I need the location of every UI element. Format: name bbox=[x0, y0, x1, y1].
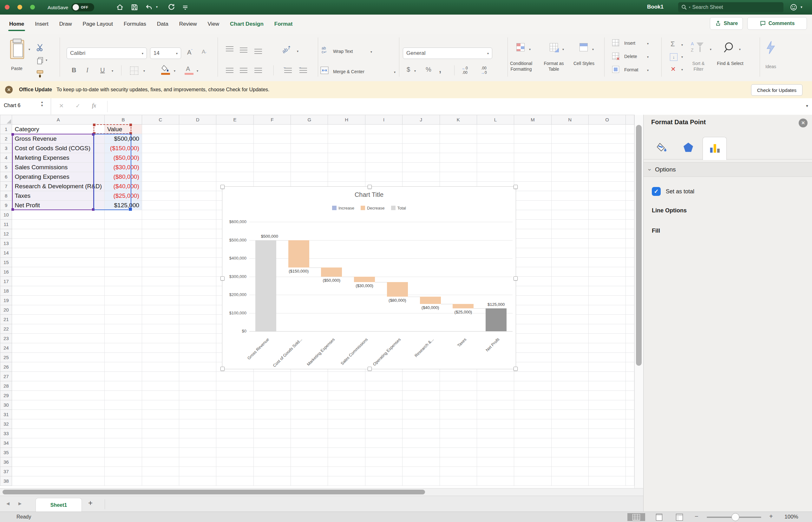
cell[interactable] bbox=[514, 324, 551, 334]
cell[interactable] bbox=[440, 144, 477, 153]
cell[interactable] bbox=[403, 153, 440, 163]
cell[interactable] bbox=[588, 134, 625, 144]
cell[interactable]: ($25,000) bbox=[105, 191, 142, 201]
cell[interactable] bbox=[477, 153, 514, 163]
chart-resize-handle[interactable] bbox=[368, 367, 372, 371]
cell[interactable] bbox=[12, 220, 105, 229]
cell[interactable]: Sales Commissions bbox=[12, 163, 105, 172]
waterfall-bar-net-profit[interactable] bbox=[486, 308, 506, 331]
row-header-10[interactable]: 10 bbox=[0, 210, 12, 220]
clear-chevron-icon[interactable]: ▾ bbox=[681, 68, 683, 71]
cell[interactable] bbox=[179, 372, 216, 381]
cell[interactable] bbox=[514, 248, 551, 258]
row-header-13[interactable]: 13 bbox=[0, 239, 12, 248]
close-window-button[interactable] bbox=[5, 5, 9, 9]
format-as-table-chevron-icon[interactable]: ▾ bbox=[562, 47, 564, 51]
cell[interactable] bbox=[588, 124, 625, 134]
share-button[interactable]: Share bbox=[710, 17, 743, 30]
cell[interactable] bbox=[403, 410, 440, 419]
cell[interactable] bbox=[440, 429, 477, 438]
format-as-table-icon[interactable] bbox=[550, 43, 558, 51]
waterfall-bar-cost-of-goods-sold-[interactable] bbox=[288, 240, 309, 267]
formula-input[interactable] bbox=[111, 98, 799, 115]
cell[interactable]: ($80,000) bbox=[105, 172, 142, 182]
cell[interactable] bbox=[440, 381, 477, 391]
cell[interactable] bbox=[626, 362, 634, 372]
cell[interactable] bbox=[253, 124, 291, 134]
cell[interactable] bbox=[12, 334, 105, 343]
cell[interactable] bbox=[142, 476, 179, 486]
cell[interactable] bbox=[477, 476, 514, 486]
cell[interactable] bbox=[626, 229, 634, 239]
cell[interactable] bbox=[588, 362, 625, 372]
cell[interactable] bbox=[142, 372, 179, 381]
vertical-scrollbar-thumb[interactable] bbox=[636, 125, 642, 366]
cell[interactable] bbox=[179, 163, 216, 172]
cell[interactable] bbox=[551, 305, 588, 315]
cell[interactable] bbox=[12, 315, 105, 324]
cell[interactable]: Taxes bbox=[12, 191, 105, 201]
cell[interactable]: Value bbox=[105, 124, 142, 134]
column-header-J[interactable]: J bbox=[403, 115, 440, 124]
cell[interactable] bbox=[105, 258, 142, 267]
cell[interactable] bbox=[514, 353, 551, 362]
cell[interactable] bbox=[440, 410, 477, 419]
cell[interactable] bbox=[105, 305, 142, 315]
cell[interactable] bbox=[253, 163, 291, 172]
cell[interactable] bbox=[253, 134, 291, 144]
cell[interactable] bbox=[626, 419, 634, 429]
cell[interactable] bbox=[253, 144, 291, 153]
row-header-12[interactable]: 12 bbox=[0, 229, 12, 239]
prev-sheet-icon[interactable]: ◀ bbox=[6, 501, 9, 506]
format-chevron-icon[interactable]: ▾ bbox=[647, 68, 649, 72]
cell[interactable] bbox=[440, 467, 477, 476]
cell[interactable] bbox=[626, 315, 634, 324]
cell[interactable] bbox=[514, 305, 551, 315]
cell[interactable] bbox=[179, 134, 216, 144]
cell[interactable] bbox=[216, 410, 253, 419]
cell[interactable] bbox=[105, 400, 142, 410]
set-as-total-checkbox[interactable]: ✓ bbox=[652, 187, 661, 196]
cell[interactable] bbox=[142, 277, 179, 286]
cell[interactable] bbox=[142, 381, 179, 391]
cell[interactable] bbox=[216, 429, 253, 438]
cell[interactable] bbox=[626, 343, 634, 353]
cell[interactable] bbox=[142, 467, 179, 476]
cell[interactable] bbox=[12, 410, 105, 419]
cell[interactable] bbox=[588, 476, 625, 486]
cell[interactable] bbox=[142, 124, 179, 134]
wrap-text-chevron-icon[interactable]: ▾ bbox=[370, 50, 372, 54]
fill-color-icon[interactable] bbox=[161, 65, 169, 72]
cell[interactable] bbox=[216, 438, 253, 448]
cell[interactable] bbox=[551, 277, 588, 286]
cell[interactable] bbox=[551, 334, 588, 343]
row-header-23[interactable]: 23 bbox=[0, 334, 12, 343]
conditional-formatting-icon[interactable] bbox=[516, 43, 525, 51]
cell[interactable] bbox=[477, 400, 514, 410]
autosum-icon[interactable]: Σ bbox=[671, 40, 675, 48]
row-header-15[interactable]: 15 bbox=[0, 258, 12, 267]
cell[interactable] bbox=[551, 372, 588, 381]
cell[interactable] bbox=[328, 153, 365, 163]
cell[interactable] bbox=[216, 381, 253, 391]
bold-button[interactable]: B bbox=[72, 66, 76, 74]
cell[interactable] bbox=[328, 419, 365, 429]
row-header-30[interactable]: 30 bbox=[0, 400, 12, 410]
cell[interactable] bbox=[551, 210, 588, 220]
name-box[interactable]: Chart 6 ▲▼ bbox=[0, 98, 51, 115]
cell[interactable] bbox=[291, 476, 328, 486]
row-header-5[interactable]: 5 bbox=[0, 163, 12, 172]
cell[interactable] bbox=[514, 429, 551, 438]
cell[interactable] bbox=[477, 391, 514, 400]
cell[interactable] bbox=[588, 201, 625, 210]
cell[interactable] bbox=[588, 267, 625, 277]
cell[interactable] bbox=[514, 124, 551, 134]
cell[interactable] bbox=[179, 144, 216, 153]
cell[interactable] bbox=[291, 153, 328, 163]
zoom-window-button[interactable] bbox=[30, 5, 35, 9]
cell[interactable] bbox=[328, 391, 365, 400]
comma-format-button[interactable]: , bbox=[439, 65, 441, 75]
cell[interactable] bbox=[12, 372, 105, 381]
cell[interactable] bbox=[626, 305, 634, 315]
cell[interactable] bbox=[12, 277, 105, 286]
